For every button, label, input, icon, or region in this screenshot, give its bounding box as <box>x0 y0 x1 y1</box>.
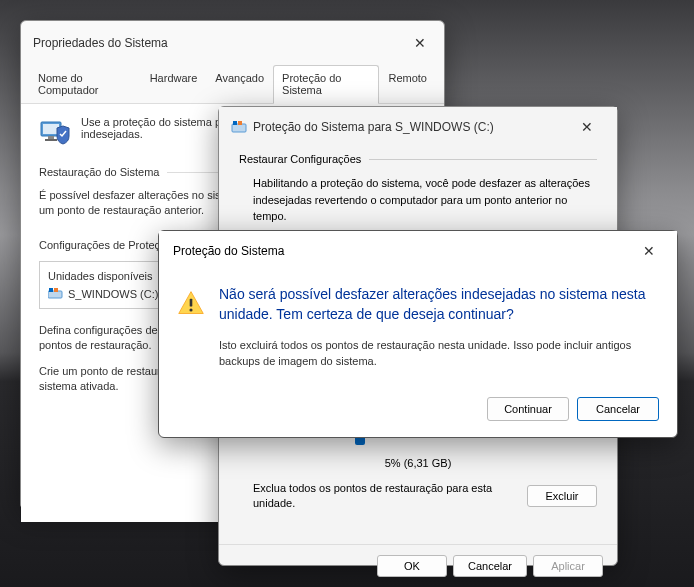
tab-system-protection[interactable]: Proteção do Sistema <box>273 65 379 104</box>
restore-description: Habilitando a proteção do sistema, você … <box>239 175 597 225</box>
svg-rect-3 <box>45 139 57 141</box>
sub-message: Isto excluirá todos os pontos de restaur… <box>219 338 657 369</box>
window-title: Proteção do Sistema para S_WINDOWS (C:) <box>253 120 569 134</box>
tab-computer-name[interactable]: Nome do Computador <box>29 65 141 103</box>
section-config-label: Configurações de Proteção <box>39 239 172 251</box>
main-message: Não será possível desfazer alterações in… <box>219 285 657 324</box>
dialog-body: Não será possível desfazer alterações in… <box>159 271 677 387</box>
svg-rect-6 <box>54 288 58 292</box>
section-restore-label: Restauração do Sistema <box>39 166 159 178</box>
tab-remote[interactable]: Remoto <box>379 65 436 103</box>
confirmation-dialog: Proteção do Sistema ✕ Não será possível … <box>158 230 678 438</box>
dialog-buttons: OK Cancelar Aplicar <box>219 544 617 587</box>
close-icon: ✕ <box>581 119 593 135</box>
cancel-button[interactable]: Cancelar <box>577 397 659 421</box>
close-icon: ✕ <box>643 243 655 259</box>
shield-monitor-icon <box>39 116 71 148</box>
svg-rect-10 <box>190 299 193 307</box>
svg-rect-9 <box>238 121 242 125</box>
slider-value: 5% (6,31 GB) <box>239 457 597 469</box>
window-title: Proteção do Sistema <box>173 244 631 258</box>
close-button[interactable]: ✕ <box>402 31 438 55</box>
svg-rect-4 <box>48 291 62 298</box>
cancel-button[interactable]: Cancelar <box>453 555 527 577</box>
ok-button[interactable]: OK <box>377 555 447 577</box>
tab-hardware[interactable]: Hardware <box>141 65 207 103</box>
drive-name: S_WINDOWS (C:) <box>68 288 158 300</box>
close-button[interactable]: ✕ <box>569 115 605 139</box>
delete-button[interactable]: Excluir <box>527 485 597 507</box>
tab-advanced[interactable]: Avançado <box>206 65 273 103</box>
titlebar: Proteção do Sistema ✕ <box>159 231 677 271</box>
svg-rect-5 <box>49 288 53 292</box>
titlebar: Proteção do Sistema para S_WINDOWS (C:) … <box>219 107 617 147</box>
warning-icon <box>177 289 205 317</box>
drive-icon <box>48 288 64 300</box>
svg-point-11 <box>189 308 192 311</box>
dialog-buttons: Continuar Cancelar <box>159 387 677 437</box>
close-button[interactable]: ✕ <box>631 239 667 263</box>
continue-button[interactable]: Continuar <box>487 397 569 421</box>
drive-icon <box>231 119 247 135</box>
group-restore-label: Restaurar Configurações <box>239 153 361 165</box>
svg-rect-2 <box>48 136 54 139</box>
svg-rect-7 <box>232 124 246 132</box>
close-icon: ✕ <box>414 35 426 51</box>
delete-description: Exclua todos os pontos de restauração pa… <box>253 481 517 512</box>
window-title: Propriedades do Sistema <box>33 36 402 50</box>
svg-rect-8 <box>233 121 237 125</box>
apply-button[interactable]: Aplicar <box>533 555 603 577</box>
titlebar: Propriedades do Sistema ✕ <box>21 21 444 65</box>
tab-strip: Nome do Computador Hardware Avançado Pro… <box>21 65 444 104</box>
